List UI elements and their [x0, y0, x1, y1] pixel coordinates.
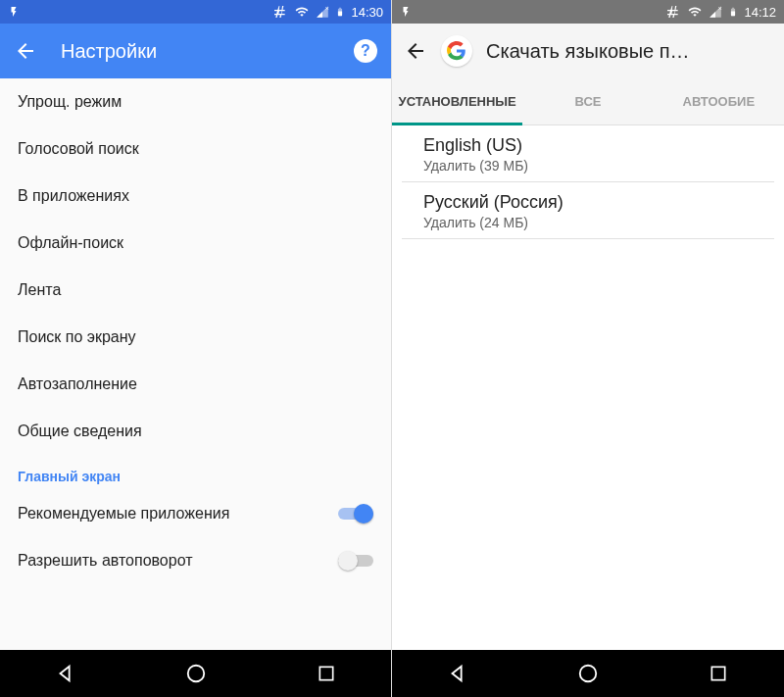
toggle-label: Рекомендуемые приложения	[18, 505, 229, 523]
battery-icon	[728, 4, 738, 20]
tabs: УСТАНОВЛЕННЫЕ ВСЕ АВТООБИЕ	[392, 78, 784, 125]
language-name: English (US)	[423, 135, 753, 156]
nav-recent-button[interactable]	[303, 650, 350, 697]
nav-recent-button[interactable]	[695, 650, 742, 697]
status-bar: 14:12	[392, 0, 784, 24]
section-header: Главный экран	[0, 455, 391, 490]
settings-item[interactable]: В приложениях	[0, 173, 391, 220]
google-logo-icon	[441, 35, 472, 67]
toggle-row-recommended-apps[interactable]: Рекомендуемые приложения	[0, 490, 391, 537]
signal-icon	[709, 5, 722, 19]
tab-installed[interactable]: УСТАНОВЛЕННЫЕ	[392, 78, 522, 124]
nav-home-button[interactable]	[564, 650, 612, 697]
help-button[interactable]: ?	[354, 39, 377, 63]
svg-point-0	[187, 666, 204, 682]
settings-item[interactable]: Лента	[0, 267, 391, 314]
language-list: English (US) Удалить (39 МБ) Русский (Ро…	[392, 125, 784, 650]
toggle-switch[interactable]	[338, 551, 373, 571]
wifi-icon	[687, 5, 703, 19]
settings-item[interactable]: Голосовой поиск	[0, 125, 391, 173]
settings-item[interactable]: Автозаполнение	[0, 361, 391, 408]
language-action[interactable]: Удалить (39 МБ)	[423, 158, 753, 174]
phone-left-settings: 14:30 Настройки ? Упрощ. режим Голосовой…	[0, 0, 392, 697]
svg-rect-3	[712, 667, 725, 679]
toggle-switch[interactable]	[338, 504, 373, 523]
hash-icon	[272, 4, 288, 20]
back-button[interactable]	[404, 39, 427, 63]
tab-autoupdate[interactable]: АВТООБИЕ	[654, 78, 784, 124]
bolt-icon	[8, 5, 20, 19]
language-name: Русский (Россия)	[423, 192, 753, 213]
language-item[interactable]: English (US) Удалить (39 МБ)	[402, 125, 774, 182]
back-button[interactable]	[14, 39, 37, 63]
appbar: Скачать языковые п…	[392, 24, 784, 78]
appbar-title: Скачать языковые п…	[486, 40, 772, 63]
signal-icon	[316, 5, 329, 19]
toggle-row-autorotate[interactable]: Разрешить автоповорот	[0, 537, 391, 584]
toggle-label: Разрешить автоповорот	[18, 552, 193, 570]
language-item[interactable]: Русский (Россия) Удалить (24 МБ)	[402, 182, 774, 239]
tab-all[interactable]: ВСЕ	[522, 78, 653, 124]
nav-back-button[interactable]	[42, 650, 89, 697]
nav-home-button[interactable]	[172, 650, 220, 697]
svg-point-2	[580, 666, 597, 682]
settings-list: Упрощ. режим Голосовой поиск В приложени…	[0, 78, 391, 650]
hash-icon	[665, 4, 681, 20]
settings-item[interactable]: Упрощ. режим	[0, 78, 391, 125]
wifi-icon	[294, 5, 310, 19]
status-time: 14:30	[351, 5, 383, 20]
navigation-bar	[392, 650, 784, 697]
svg-rect-1	[319, 667, 332, 679]
nav-back-button[interactable]	[434, 650, 481, 697]
bolt-icon	[400, 5, 412, 19]
appbar-title: Настройки	[61, 40, 330, 63]
settings-item[interactable]: Офлайн-поиск	[0, 220, 391, 267]
status-time: 14:12	[744, 5, 776, 20]
language-action[interactable]: Удалить (24 МБ)	[423, 215, 753, 230]
status-bar: 14:30	[0, 0, 391, 24]
settings-item[interactable]: Общие сведения	[0, 408, 391, 455]
phone-right-languages: 14:12 Скачать языковые п… УСТАНОВЛЕННЫЕ …	[392, 0, 784, 697]
navigation-bar	[0, 650, 391, 697]
battery-icon	[335, 4, 345, 20]
settings-item[interactable]: Поиск по экрану	[0, 314, 391, 361]
appbar: Настройки ?	[0, 24, 391, 78]
